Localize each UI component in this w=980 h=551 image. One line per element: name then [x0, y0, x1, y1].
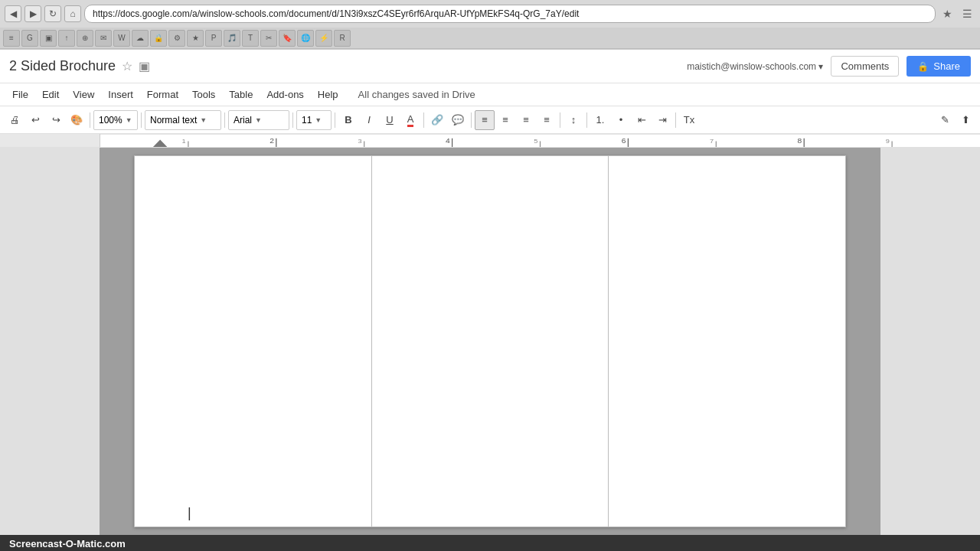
nav-home-button[interactable]: ⌂ [64, 5, 81, 22]
folder-icon[interactable]: ▣ [139, 59, 150, 73]
link-button[interactable]: 🔗 [427, 110, 447, 130]
size-arrow-icon: ▼ [315, 116, 322, 124]
save-status: All changes saved in Drive [358, 89, 475, 100]
ext-15-icon[interactable]: 🔖 [279, 30, 296, 47]
sidebar-toggle-icon[interactable]: ≡ [3, 30, 20, 47]
print-icon[interactable]: 🖨 [5, 110, 24, 130]
nav-back-button[interactable]: ◀ [5, 5, 21, 22]
nav-forward-button[interactable]: ▶ [24, 5, 41, 22]
toolbar-separator-8 [560, 112, 560, 128]
increase-indent-button[interactable]: ⇥ [652, 110, 672, 130]
ext-9-icon[interactable]: ⚙ [168, 30, 185, 47]
comment-button[interactable]: 💬 [448, 110, 468, 130]
ext-8-icon[interactable]: 🔒 [150, 30, 167, 47]
ext-6-icon[interactable]: W [113, 30, 130, 47]
menu-table[interactable]: Table [223, 86, 259, 103]
font-dropdown[interactable]: Arial ▼ [228, 110, 289, 130]
size-dropdown[interactable]: 11 ▼ [296, 110, 332, 130]
text-color-button[interactable]: A [400, 110, 420, 130]
bookmark-icon[interactable]: ★ [939, 5, 956, 22]
toolbar: 🖨 ↩ ↪ 🎨 100% ▼ Normal text ▼ Arial ▼ 11 … [0, 106, 980, 134]
align-right-button[interactable]: ≡ [516, 110, 536, 130]
style-value: Normal text [150, 115, 197, 126]
menu-help[interactable]: Help [312, 86, 345, 103]
toolbar-separator-7 [471, 112, 472, 128]
user-email[interactable]: maistich@winslow-schools.com ▾ [687, 61, 823, 72]
paint-format-icon[interactable]: 🎨 [67, 110, 87, 130]
underline-button[interactable]: U [380, 110, 400, 130]
ext-17-icon[interactable]: ⚡ [315, 30, 332, 47]
ext-18-icon[interactable]: R [334, 30, 351, 47]
italic-button[interactable]: I [359, 110, 379, 130]
menu-bar: File Edit View Insert Format Tools Table… [0, 83, 980, 106]
ext-12-icon[interactable]: 🎵 [224, 30, 240, 47]
ext-3-icon[interactable]: ↑ [58, 30, 75, 47]
ext-11-icon[interactable]: P [205, 30, 222, 47]
toolbar-separator-1 [90, 112, 90, 128]
svg-text:2: 2 [270, 137, 274, 145]
font-value: Arial [234, 115, 252, 126]
svg-text:9: 9 [886, 138, 890, 145]
align-left-button[interactable]: ≡ [475, 110, 495, 130]
doc-title: 2 Sided Brochure [9, 58, 116, 74]
style-arrow-icon: ▼ [200, 116, 207, 124]
redo-icon[interactable]: ↪ [46, 110, 66, 130]
url-text: https://docs.google.com/a/winslow-school… [93, 8, 579, 19]
ext-10-icon[interactable]: ★ [187, 30, 204, 47]
style-dropdown[interactable]: Normal text ▼ [145, 110, 221, 130]
menu-file[interactable]: File [6, 86, 34, 103]
font-arrow-icon: ▼ [255, 116, 262, 124]
address-bar[interactable]: https://docs.google.com/a/winslow-school… [84, 5, 936, 23]
more-tools-button[interactable]: ⬆ [956, 110, 975, 130]
ext-5-icon[interactable]: ✉ [95, 30, 112, 47]
toolbar-separator-6 [423, 112, 424, 128]
ruler-body: 2 4 6 8 1 3 5 7 9 [100, 134, 980, 147]
clear-format-button[interactable]: Tx [679, 110, 699, 130]
ext-4-icon[interactable]: ⊕ [77, 30, 93, 47]
svg-text:5: 5 [534, 138, 537, 145]
table-cell-2[interactable] [371, 156, 609, 527]
comments-button[interactable]: Comments [831, 56, 899, 77]
zoom-dropdown[interactable]: 100% ▼ [93, 110, 138, 130]
share-button[interactable]: 🔒 Share [906, 56, 971, 77]
star-icon[interactable]: ☆ [122, 59, 132, 73]
text-cursor: | [188, 506, 191, 520]
table-cell-1[interactable] [135, 156, 372, 527]
menu-addons[interactable]: Add-ons [260, 86, 309, 103]
left-sidebar [0, 148, 100, 535]
ext-7-icon[interactable]: ☁ [132, 30, 149, 47]
document-canvas[interactable]: | [100, 148, 880, 535]
bottom-bar: Screencast-O-Matic.com [0, 535, 980, 551]
menu-format[interactable]: Format [141, 86, 185, 103]
nav-reload-button[interactable]: ↻ [44, 5, 61, 22]
ext-1-icon[interactable]: G [21, 30, 38, 47]
table-cell-3[interactable] [609, 156, 846, 527]
bottom-bar-text: Screencast-O-Matic.com [9, 538, 126, 549]
align-justify-button[interactable]: ≡ [537, 110, 557, 130]
share-label: Share [933, 60, 960, 72]
toolbar-separator-4 [292, 112, 293, 128]
menu-tools[interactable]: Tools [186, 86, 221, 103]
ext-14-icon[interactable]: ✂ [260, 30, 277, 47]
editing-mode-button[interactable]: ✎ [935, 110, 955, 130]
bullet-list-button[interactable]: • [611, 110, 631, 130]
line-spacing-button[interactable]: ↕ [564, 110, 583, 130]
menu-insert[interactable]: Insert [102, 86, 139, 103]
numbered-list-button[interactable]: 1. [590, 110, 610, 130]
ext-2-icon[interactable]: ▣ [40, 30, 57, 47]
svg-text:8: 8 [798, 137, 802, 145]
bold-button[interactable]: B [338, 110, 358, 130]
menu-view[interactable]: View [67, 86, 100, 103]
toolbar-separator-3 [224, 112, 225, 128]
browser-menu-icon[interactable]: ☰ [959, 5, 975, 22]
share-lock-icon: 🔒 [917, 61, 929, 72]
svg-text:7: 7 [710, 138, 714, 145]
document-table [134, 155, 846, 527]
ext-13-icon[interactable]: T [242, 30, 259, 47]
toolbar-separator-5 [335, 112, 335, 128]
align-center-button[interactable]: ≡ [495, 110, 515, 130]
decrease-indent-button[interactable]: ⇤ [632, 110, 652, 130]
undo-icon[interactable]: ↩ [25, 110, 45, 130]
ext-16-icon[interactable]: 🌐 [297, 30, 314, 47]
menu-edit[interactable]: Edit [36, 86, 65, 103]
